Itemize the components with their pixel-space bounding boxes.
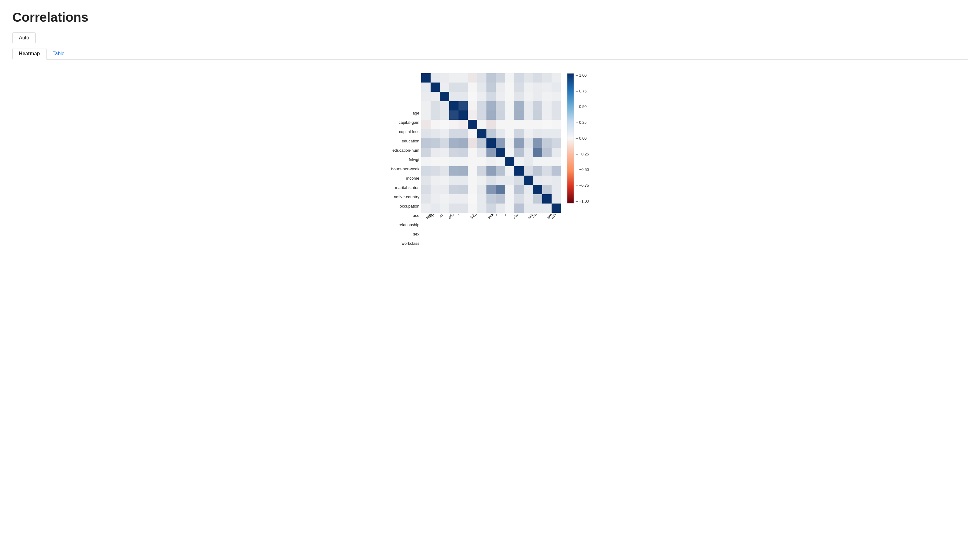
heatmap-cell [486,83,496,92]
heatmap-cell [505,176,514,185]
heatmap-cell [440,148,449,157]
heatmap-cell [468,148,477,157]
tab-auto[interactable]: Auto [12,32,36,43]
row-label: capital-gain [391,118,419,127]
heatmap-cell [542,194,552,203]
heatmap-cell [486,92,496,101]
heatmap-cell [524,166,533,176]
col-label: marital-status [496,214,505,220]
heatmap-row [421,83,561,92]
heatmap-cell [514,129,524,138]
heatmap-cell [496,120,505,129]
heatmap-cell [440,166,449,176]
heatmap-cell [533,138,542,148]
heatmap-cell [486,148,496,157]
heatmap-cell [505,148,514,157]
heatmap-cell [514,148,524,157]
heatmap-cell [431,92,440,101]
row-label: fnlwgt [391,155,419,165]
heatmap-cell [533,83,542,92]
heatmap-cell [421,120,431,129]
heatmap-cell [449,92,459,101]
heatmap-cell [449,110,459,120]
col-label: relationship [533,214,542,220]
heatmap-cell [468,166,477,176]
heatmap-cell [459,166,468,176]
heatmap-cell [505,120,514,129]
heatmap-cell [459,203,468,213]
tab-table[interactable]: Table [47,48,71,59]
heatmap-cell [440,138,449,148]
heatmap-cell [486,129,496,138]
heatmap-row [421,138,561,148]
heatmap-cell [459,138,468,148]
heatmap-cell [524,194,533,203]
heatmap-grid [421,73,561,213]
heatmap-cell [486,176,496,185]
heatmap-cell [505,101,514,110]
heatmap-cell [468,92,477,101]
heatmap-cell [477,101,486,110]
heatmap-cell [514,157,524,166]
heatmap-cell [542,73,552,83]
heatmap-cell [524,110,533,120]
heatmap-cell [552,92,561,101]
heatmap-cell [449,185,459,194]
heatmap-cell [496,157,505,166]
heatmap-cell [542,138,552,148]
heatmap-cell [552,185,561,194]
heatmap-cell [421,185,431,194]
heatmap-cell [505,73,514,83]
heatmap-cell [477,176,486,185]
heatmap-cell [533,157,542,166]
heatmap-cell [477,92,486,101]
heatmap-cell [431,110,440,120]
heatmap-cell [440,194,449,203]
heatmap-cell [524,92,533,101]
col-label: race [526,214,533,220]
heatmap-cell [542,157,552,166]
heatmap-cell [496,110,505,120]
heatmap-cell [505,203,514,213]
heatmap-cell [542,110,552,120]
col-label-container: capital-loss [440,214,449,248]
heatmap-cell [421,166,431,176]
heatmap-cell [552,157,561,166]
colorbar-label: 0.00 [576,136,589,140]
heatmap-cell [514,73,524,83]
heatmap-left: agecapital-gaincapital-losseducationeduc… [391,73,561,248]
heatmap-cell [468,83,477,92]
heatmap-cell [449,138,459,148]
colorbar-gradient [567,73,574,203]
heatmap-cell [468,157,477,166]
heatmap-cell [514,83,524,92]
heatmap-cell [552,176,561,185]
heatmap-cell [431,138,440,148]
heatmap-cell [486,166,496,176]
heatmap-cell [421,194,431,203]
heatmap-cell [505,110,514,120]
heatmap-cell [459,110,468,120]
heatmap-cell [477,166,486,176]
colorbar-label: −1.00 [576,199,589,203]
heatmap-cell [468,129,477,138]
heatmap-cell [542,129,552,138]
tab-heatmap[interactable]: Heatmap [12,48,47,60]
heatmap-cell [533,194,542,203]
heatmap-cell [533,185,542,194]
heatmap-cell [431,120,440,129]
heatmap-cell [459,176,468,185]
heatmap-cell [496,148,505,157]
heatmap-cell [496,185,505,194]
heatmap-cell [552,166,561,176]
col-label: capital-gain [431,214,440,220]
heatmap-cell [440,110,449,120]
heatmap-cell [477,83,486,92]
heatmap-cell [421,148,431,157]
heatmap-cell [524,157,533,166]
heatmap-cell [505,92,514,101]
heatmap-cell [468,185,477,194]
heatmap-cell [496,92,505,101]
heatmap-cell [421,92,431,101]
heatmap-cell [542,203,552,213]
